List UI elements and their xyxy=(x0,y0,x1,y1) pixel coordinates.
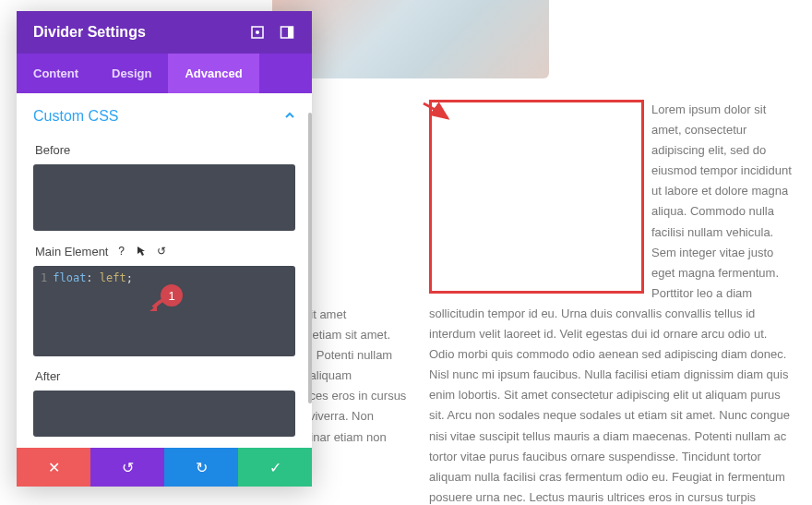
tab-advanced[interactable]: Advanced xyxy=(168,54,258,93)
settings-tabs: Content Design Advanced xyxy=(17,54,312,93)
expand-icon[interactable] xyxy=(249,24,266,41)
css-before-input[interactable] xyxy=(33,164,295,231)
redo-icon: ↻ xyxy=(196,459,208,476)
redo-button[interactable]: ↻ xyxy=(164,448,238,487)
reset-icon[interactable]: ↺ xyxy=(154,244,169,259)
chevron-up-icon[interactable] xyxy=(284,109,295,124)
undo-icon: ↺ xyxy=(122,459,134,476)
header-icons xyxy=(249,24,295,41)
label-after: After xyxy=(35,369,295,383)
help-icon[interactable]: ? xyxy=(113,244,128,259)
undo-button[interactable]: ↺ xyxy=(90,448,164,487)
annotation-badge-1: 1 xyxy=(146,282,177,313)
module-settings-panel: Divider Settings Content Design Advanced… xyxy=(17,11,312,487)
divider-module-highlight xyxy=(429,100,644,294)
action-bar: ✕ ↺ ↻ ✓ xyxy=(17,448,312,487)
section-title: Custom CSS xyxy=(33,108,118,125)
tab-content[interactable]: Content xyxy=(17,54,95,93)
panel-title: Divider Settings xyxy=(33,24,146,41)
svg-rect-3 xyxy=(288,27,293,38)
section-header[interactable]: Custom CSS xyxy=(33,108,295,134)
label-after-text: After xyxy=(35,369,60,383)
css-after-input[interactable] xyxy=(33,391,295,437)
label-before-text: Before xyxy=(35,143,70,157)
tab-design[interactable]: Design xyxy=(95,54,168,93)
svg-point-1 xyxy=(256,30,259,34)
cancel-button[interactable]: ✕ xyxy=(17,448,90,487)
snap-panel-icon[interactable] xyxy=(279,24,295,41)
label-main: Main Element ? ↺ xyxy=(35,244,295,259)
annotation-arrow xyxy=(420,100,457,127)
save-button[interactable]: ✓ xyxy=(238,448,312,487)
label-main-text: Main Element xyxy=(35,245,108,259)
close-icon: ✕ xyxy=(48,459,60,476)
panel-body: Custom CSS Before Main Element ? ↺ 1floa… xyxy=(17,93,312,448)
check-icon: ✓ xyxy=(269,459,281,476)
hero-image xyxy=(272,0,549,78)
label-before: Before xyxy=(35,143,295,157)
panel-scrollbar[interactable] xyxy=(308,113,312,403)
badge-number: 1 xyxy=(168,289,174,303)
right-content-column: Lorem ipsum dolor sit amet, consectetur … xyxy=(429,100,794,505)
hover-icon[interactable] xyxy=(134,244,149,259)
panel-header: Divider Settings xyxy=(17,11,312,54)
